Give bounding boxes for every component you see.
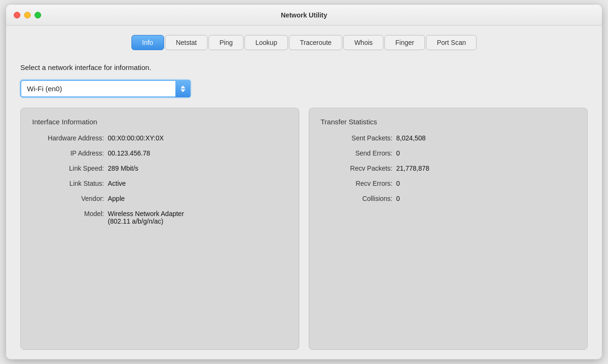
- table-row: Collisions: 0: [321, 195, 576, 202]
- tab-whois[interactable]: Whois: [343, 35, 383, 50]
- table-row: Sent Packets: 8,024,508: [321, 134, 576, 142]
- table-row: Vendor: Apple: [32, 195, 287, 202]
- tab-info[interactable]: Info: [131, 35, 164, 50]
- description-text: Select a network interface for informati…: [20, 63, 588, 71]
- tab-ping[interactable]: Ping: [208, 35, 243, 50]
- app-window: Network Utility Info Netstat Ping Lookup…: [6, 5, 602, 359]
- table-row: Recv Errors: 0: [321, 180, 576, 187]
- tab-bar: Info Netstat Ping Lookup Traceroute Whoi…: [20, 35, 588, 50]
- sent-packets-label: Sent Packets:: [321, 134, 396, 142]
- recv-errors-label: Recv Errors:: [321, 180, 396, 187]
- model-value: Wireless Network Adapter(802.11 a/b/g/n/…: [108, 210, 184, 225]
- recv-packets-label: Recv Packets:: [321, 165, 396, 172]
- table-row: IP Address: 00.123.456.78: [32, 149, 287, 157]
- link-speed-label: Link Speed:: [32, 165, 108, 172]
- link-status-label: Link Status:: [32, 180, 108, 187]
- table-row: Model: Wireless Network Adapter(802.11 a…: [32, 210, 287, 225]
- hw-address-label: Hardware Address:: [32, 134, 108, 142]
- chevron-up-icon: [181, 86, 185, 88]
- hw-address-value: 00:X0:00:00:XY:0X: [108, 134, 164, 142]
- recv-packets-value: 21,778,878: [396, 165, 429, 172]
- interface-info-title: Interface Information: [32, 118, 287, 126]
- close-button[interactable]: [14, 12, 20, 18]
- table-row: Link Speed: 289 Mbit/s: [32, 165, 287, 172]
- link-speed-value: 289 Mbit/s: [108, 165, 139, 172]
- interface-info-panel: Interface Information Hardware Address: …: [20, 108, 299, 350]
- transfer-stats-title: Transfer Statistics: [321, 118, 576, 126]
- minimize-button[interactable]: [24, 12, 31, 18]
- main-content: Info Netstat Ping Lookup Traceroute Whoi…: [6, 26, 602, 359]
- table-row: Hardware Address: 00:X0:00:00:XY:0X: [32, 134, 287, 142]
- info-panels: Interface Information Hardware Address: …: [20, 108, 588, 350]
- chevron-down-icon: [181, 89, 185, 92]
- recv-errors-value: 0: [396, 180, 400, 187]
- ip-address-value: 00.123.456.78: [108, 149, 150, 157]
- model-label: Model:: [32, 210, 108, 217]
- vendor-value: Apple: [108, 195, 125, 202]
- tab-netstat[interactable]: Netstat: [165, 35, 208, 50]
- select-arrow-bg: [175, 80, 191, 97]
- interface-select-wrapper: Wi-Fi (en0) Ethernet (en1) Loopback (lo0…: [20, 80, 191, 97]
- link-status-value: Active: [108, 180, 126, 187]
- send-errors-label: Send Errors:: [321, 149, 396, 157]
- collisions-label: Collisions:: [321, 195, 396, 202]
- interface-select[interactable]: Wi-Fi (en0) Ethernet (en1) Loopback (lo0…: [20, 80, 191, 97]
- vendor-label: Vendor:: [32, 195, 108, 202]
- ip-address-label: IP Address:: [32, 149, 108, 157]
- interface-info-table: Hardware Address: 00:X0:00:00:XY:0X IP A…: [32, 134, 287, 225]
- collisions-value: 0: [396, 195, 400, 202]
- transfer-stats-table: Sent Packets: 8,024,508 Send Errors: 0 R…: [321, 134, 576, 202]
- tab-traceroute[interactable]: Traceroute: [289, 35, 342, 50]
- send-errors-value: 0: [396, 149, 400, 157]
- transfer-stats-panel: Transfer Statistics Sent Packets: 8,024,…: [309, 108, 588, 350]
- traffic-lights: [14, 12, 41, 18]
- table-row: Send Errors: 0: [321, 149, 576, 157]
- maximize-button[interactable]: [35, 12, 41, 18]
- tab-finger[interactable]: Finger: [384, 35, 425, 50]
- table-row: Link Status: Active: [32, 180, 287, 187]
- tab-portscan[interactable]: Port Scan: [426, 35, 477, 50]
- table-row: Recv Packets: 21,778,878: [321, 165, 576, 172]
- window-title: Network Utility: [281, 11, 327, 19]
- tab-lookup[interactable]: Lookup: [244, 35, 288, 50]
- sent-packets-value: 8,024,508: [396, 134, 426, 142]
- title-bar: Network Utility: [6, 5, 602, 26]
